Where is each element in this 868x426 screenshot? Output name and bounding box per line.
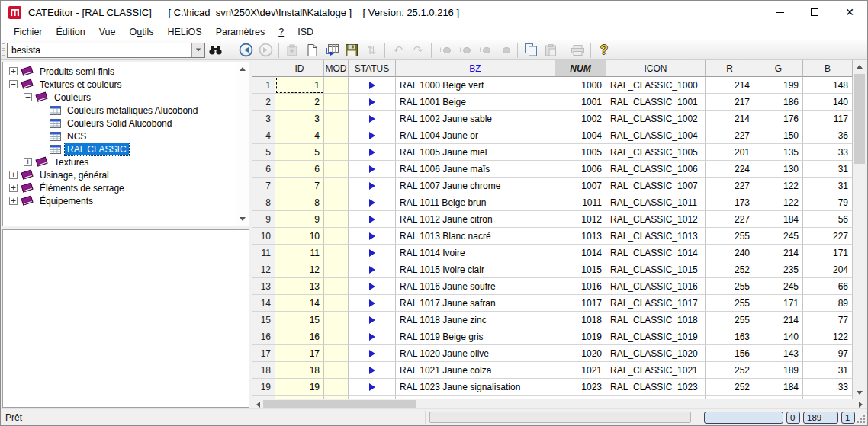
cell-icon[interactable]: RAL_CLASSIC_1013	[606, 228, 706, 245]
tree-item-ral-classic[interactable]: RAL CLASSIC	[3, 143, 235, 155]
cell-mod[interactable]	[324, 127, 349, 144]
tag-add-1-button[interactable]: +	[436, 41, 454, 59]
cell-num[interactable]: 1023	[555, 379, 606, 396]
cell-g[interactable]: 122	[754, 178, 803, 194]
cell-g[interactable]: 130	[754, 161, 803, 178]
cell-mod[interactable]	[324, 362, 349, 379]
column-header-icon[interactable]: ICON	[606, 60, 706, 77]
cell-icon[interactable]: RAL_CLASSIC_1017	[606, 295, 706, 312]
cell-status[interactable]	[349, 379, 396, 396]
cell-id[interactable]: 14	[275, 295, 324, 312]
cell-id[interactable]: 9	[275, 211, 324, 228]
save-button[interactable]	[342, 41, 361, 59]
cell-icon[interactable]: RAL_CLASSIC_1018	[606, 312, 706, 328]
tree-item-label[interactable]: Couleurs Solid Alucobond	[65, 117, 174, 130]
cell-mod[interactable]	[324, 328, 349, 345]
cell-icon[interactable]: RAL_CLASSIC_1006	[606, 161, 706, 178]
expand-plus-icon[interactable]: +	[9, 67, 18, 75]
menu-item-parametres[interactable]: Paramètres	[209, 25, 272, 39]
cell-b[interactable]: 79	[803, 194, 853, 211]
cell-bz[interactable]: RAL 1004 Jaune or	[396, 127, 555, 144]
cell-id[interactable]: 18	[275, 362, 324, 379]
cell-status[interactable]	[349, 228, 396, 245]
cell-id[interactable]: 1	[275, 77, 324, 94]
cell-bz[interactable]: RAL 1001 Beige	[396, 94, 555, 111]
tree-item-label[interactable]: Éléments de serrage	[37, 182, 127, 194]
table-vertical-scrollbar[interactable]	[853, 60, 866, 399]
tree-item-label[interactable]: Textures	[52, 156, 91, 168]
cell-id[interactable]: 15	[275, 312, 324, 328]
cell-mod[interactable]	[324, 161, 349, 178]
cell-b[interactable]: 122	[803, 328, 853, 345]
back-button[interactable]	[236, 41, 255, 59]
cell-icon[interactable]: RAL_CLASSIC_1020	[606, 345, 706, 362]
help-button[interactable]: ?	[595, 41, 613, 59]
cell-g[interactable]: 245	[754, 278, 803, 295]
cell-b[interactable]: 66	[803, 278, 853, 295]
cell-num[interactable]: 1014	[555, 245, 606, 261]
cell-num[interactable]: 1001	[555, 94, 606, 111]
cell-num[interactable]: 1015	[555, 261, 606, 278]
print-button[interactable]	[568, 41, 587, 59]
cell-g[interactable]: 143	[754, 345, 803, 362]
cell-r[interactable]: 224	[706, 161, 754, 178]
cell-b[interactable]: 140	[803, 94, 853, 111]
cell-g[interactable]: 150	[754, 127, 803, 144]
cell-icon[interactable]: RAL_CLASSIC_1021	[606, 362, 706, 379]
cell-r[interactable]: 163	[706, 328, 754, 345]
expand-plus-icon[interactable]: +	[9, 171, 18, 179]
row-header[interactable]: 2	[252, 94, 275, 111]
cell-bz[interactable]: RAL 1012 Jaune citron	[396, 211, 555, 228]
row-header[interactable]: 5	[252, 144, 275, 161]
menu-item-isd[interactable]: ISD	[291, 25, 320, 39]
column-header-g[interactable]: G	[754, 60, 803, 77]
cell-g[interactable]: 171	[754, 295, 803, 312]
tag-remove-button[interactable]: −	[495, 41, 513, 59]
row-header[interactable]: 6	[252, 161, 275, 178]
cell-r[interactable]: 217	[706, 94, 754, 111]
tag-add-3-button[interactable]: +	[475, 41, 493, 59]
cell-b[interactable]: 31	[803, 362, 853, 379]
cell-mod[interactable]	[324, 312, 349, 328]
tree-item-couleurs-metalliques-alucobond[interactable]: Couleurs métalliques Alucobond	[3, 104, 235, 117]
collapse-minus-icon[interactable]: −	[24, 93, 32, 101]
cell-b[interactable]: 36	[803, 127, 853, 144]
cell-g[interactable]: 140	[754, 328, 803, 345]
cell-g[interactable]: 199	[754, 77, 803, 94]
cell-g[interactable]: 214	[754, 312, 803, 328]
cell-b[interactable]: 33	[803, 379, 853, 396]
scroll-up-button[interactable]	[853, 60, 866, 73]
cell-b[interactable]: 117	[803, 111, 853, 127]
cell-status[interactable]	[349, 312, 396, 328]
cell-b[interactable]: 148	[803, 77, 853, 94]
cell-mod[interactable]	[324, 278, 349, 295]
cell-icon[interactable]: RAL_CLASSIC_1004	[606, 127, 706, 144]
expand-plus-icon[interactable]: +	[9, 197, 18, 205]
cell-mod[interactable]	[324, 77, 349, 94]
scroll-down-button[interactable]	[853, 386, 866, 399]
tree-item-textures-et-couleurs[interactable]: −Textures et couleurs	[3, 78, 235, 91]
tree-item-equipements[interactable]: +Équipements	[3, 194, 235, 207]
menu-item-edition[interactable]: Édition	[50, 25, 92, 39]
cell-num[interactable]: 1005	[555, 144, 606, 161]
tree-item-couleurs-solid-alucobond[interactable]: Couleurs Solid Alucobond	[3, 117, 235, 130]
forward-button[interactable]	[256, 41, 275, 59]
import-button[interactable]	[283, 41, 301, 59]
cell-r[interactable]: 173	[706, 194, 754, 211]
cell-id[interactable]: 2	[275, 94, 324, 111]
menu-item-fichier[interactable]: Fichier	[7, 25, 50, 39]
cell-status[interactable]	[349, 345, 396, 362]
cell-icon[interactable]: RAL_CLASSIC_1014	[606, 245, 706, 261]
cell-id[interactable]: 11	[275, 245, 324, 261]
column-header-mod[interactable]: MOD	[324, 60, 349, 77]
cell-r[interactable]: 227	[706, 178, 754, 194]
cell-num[interactable]: 1011	[555, 194, 606, 211]
cell-bz[interactable]: RAL 1014 Ivoire	[396, 245, 555, 261]
row-header[interactable]: 17	[252, 345, 275, 362]
menu-item-outils[interactable]: Outils	[123, 25, 161, 39]
cell-status[interactable]	[349, 144, 396, 161]
cell-bz[interactable]: RAL 1016 Jaune soufre	[396, 278, 555, 295]
cell-b[interactable]: 31	[803, 161, 853, 178]
cell-bz[interactable]: RAL 1018 Jaune zinc	[396, 312, 555, 328]
cell-id[interactable]: 16	[275, 328, 324, 345]
